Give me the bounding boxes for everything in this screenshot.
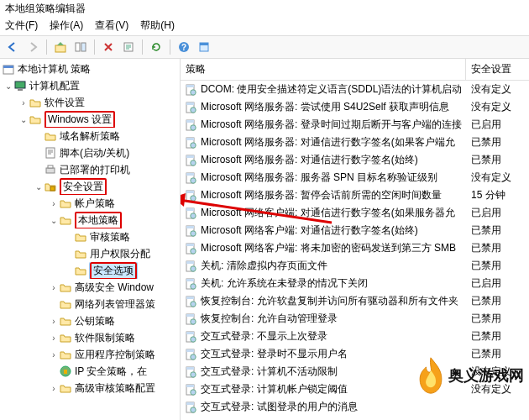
up-button[interactable] (51, 38, 70, 56)
folder-icon (59, 331, 72, 344)
tree-scripts[interactable]: 脚本(启动/关机) (0, 144, 180, 161)
policy-row[interactable]: 关机: 清除虚拟内存页面文件已禁用 (181, 257, 529, 275)
folder-lock-icon (74, 247, 87, 260)
tree-adv-security-windows[interactable]: › 高级安全 Window (0, 279, 180, 296)
delete-button[interactable] (99, 38, 118, 56)
ip-security-icon (59, 365, 72, 378)
svg-point-41 (191, 213, 196, 218)
policy-item-icon (184, 83, 197, 97)
policy-row[interactable]: DCOM: 使用安全描述符定义语言(SDDL)语法的计算机启动没有定义 (181, 81, 529, 98)
menu-help[interactable]: 帮助(H) (140, 18, 175, 34)
svg-rect-61 (186, 332, 194, 334)
folder-lock-icon (74, 230, 87, 244)
flame-icon (415, 356, 447, 395)
policy-value: 已禁用 (466, 223, 529, 238)
caret-right-icon: › (49, 333, 59, 343)
refresh-button[interactable] (147, 38, 165, 56)
policy-row[interactable]: Microsoft 网络服务器: 服务器 SPN 目标名称验证级别没有定义 (181, 169, 529, 186)
forward-button[interactable] (24, 38, 42, 56)
tree-public-key[interactable]: › 公钥策略 (0, 312, 180, 329)
policy-item-icon (184, 101, 197, 114)
properties-button[interactable] (195, 38, 213, 56)
highlight-3: 本地策略 (75, 212, 122, 228)
svg-point-29 (191, 142, 196, 147)
policy-row[interactable]: Microsoft 网络客户端: 对通信进行数字签名(始终)已禁用 (181, 222, 529, 239)
svg-rect-34 (186, 173, 194, 176)
folder-icon (29, 96, 42, 109)
tree-deployed-printers[interactable]: 已部署的打印机 (0, 161, 180, 178)
column-setting[interactable]: 安全设置 (466, 59, 529, 80)
toolbar: ? (0, 35, 529, 59)
tree-software-restrict[interactable]: › 软件限制策略 (0, 329, 180, 346)
policy-value: 已启用 (466, 206, 529, 220)
svg-rect-12 (46, 148, 55, 158)
tree-network-list[interactable]: 网络列表管理器策 (0, 296, 180, 312)
export-button[interactable] (119, 38, 138, 56)
menu-view[interactable]: 查看(V) (95, 18, 128, 34)
svg-rect-10 (15, 81, 25, 88)
tree-user-rights[interactable]: 用户权限分配 (0, 245, 180, 262)
tree-software-settings[interactable]: › 软件设置 (0, 94, 180, 111)
policy-name: Microsoft 网络服务器: 尝试使用 S4U2Self 获取声明信息 (201, 100, 449, 114)
svg-rect-52 (186, 279, 194, 281)
policy-row[interactable]: Microsoft 网络服务器: 暂停会话前所需的空闲时间数量15 分钟 (181, 186, 529, 204)
svg-rect-73 (186, 402, 194, 405)
caret-down-icon: ⌄ (3, 81, 13, 91)
svg-rect-15 (50, 186, 55, 191)
svg-rect-46 (186, 244, 194, 246)
tree-adv-audit[interactable]: › 高级审核策略配置 (0, 380, 180, 396)
policy-row[interactable]: Microsoft 网络服务器: 对通信进行数字签名(始终)已禁用 (181, 151, 529, 169)
tree-local-policies[interactable]: ⌄ 本地策略 (0, 212, 180, 228)
tree-account-policies[interactable]: › 帐户策略 (0, 195, 180, 212)
help-button[interactable]: ? (175, 38, 193, 56)
svg-rect-1 (76, 43, 80, 51)
show-hide-button[interactable] (71, 38, 90, 56)
policy-row[interactable]: 恢复控制台: 允许软盘复制并访问所有驱动器和所有文件夹已禁用 (181, 292, 529, 310)
policy-row[interactable]: Microsoft 网络客户端: 将未加密的密码发送到第三方 SMB已禁用 (181, 239, 529, 257)
policy-value: 已启用 (466, 276, 529, 291)
policy-row[interactable]: 交互式登录: 不显示上次登录已禁用 (181, 328, 529, 345)
watermark: 奥义游戏网 (415, 356, 524, 395)
menu-file[interactable]: 文件(F) (5, 18, 38, 34)
policy-value: 已禁用 (466, 259, 529, 273)
svg-text:?: ? (181, 43, 186, 52)
policy-name: DCOM: 使用安全描述符定义语言(SDDL)语法的计算机启动 (201, 82, 462, 97)
svg-rect-22 (186, 102, 194, 105)
policy-row[interactable]: Microsoft 网络服务器: 对通信进行数字签名(如果客户端允已禁用 (181, 134, 529, 151)
tree-app-control[interactable]: › 应用程序控制策略 (0, 346, 180, 363)
tree-ip-security[interactable]: IP 安全策略，在 (0, 363, 180, 380)
svg-point-62 (191, 336, 196, 341)
svg-point-56 (191, 301, 196, 306)
svg-point-44 (191, 230, 196, 235)
policy-value: 已禁用 (466, 241, 529, 255)
svg-rect-2 (81, 43, 86, 51)
column-policy[interactable]: 策略 (181, 59, 466, 80)
policy-row[interactable]: 交互式登录: 试图登录的用户的消息 (181, 398, 529, 416)
policy-row[interactable]: Microsoft 网络服务器: 登录时间过期后断开与客户端的连接已启用 (181, 116, 529, 134)
policy-row[interactable]: Microsoft 网络服务器: 尝试使用 S4U2Self 获取声明信息没有定… (181, 98, 529, 116)
svg-point-53 (191, 283, 196, 288)
tree-windows-settings[interactable]: ⌄ Windows 设置 (0, 111, 180, 128)
policy-row[interactable]: Microsoft 网络客户端: 对通信进行数字签名(如果服务器允已启用 (181, 204, 529, 222)
policy-item-icon (184, 224, 197, 238)
policy-row[interactable]: 关机: 允许系统在未登录的情况下关闭已启用 (181, 275, 529, 292)
highlight-4-selected: 安全选项 (90, 262, 137, 279)
back-button[interactable] (3, 38, 22, 56)
tree-name-resolution[interactable]: 域名解析策略 (0, 128, 180, 144)
menu-action[interactable]: 操作(A) (50, 18, 83, 34)
tree-security-settings[interactable]: ⌄ 安全设置 (0, 178, 180, 195)
tree-root[interactable]: 本地计算机 策略 (0, 60, 180, 77)
policy-value: 没有定义 (466, 82, 529, 97)
svg-point-20 (191, 89, 196, 94)
policy-name: 恢复控制台: 允许软盘复制并访问所有驱动器和所有文件夹 (201, 294, 458, 308)
tree-computer-config[interactable]: ⌄ 计算机配置 (0, 77, 180, 94)
policy-row[interactable]: 恢复控制台: 允许自动管理登录已禁用 (181, 310, 529, 328)
svg-rect-64 (186, 349, 194, 352)
svg-rect-31 (186, 155, 194, 158)
tree-audit-policy[interactable]: 审核策略 (0, 228, 180, 245)
svg-rect-25 (186, 120, 194, 123)
policy-value: 15 分钟 (466, 188, 529, 202)
caret-down-icon: ⌄ (18, 115, 29, 124)
tree-security-options[interactable]: 安全选项 (0, 262, 180, 279)
policy-item-icon (184, 330, 197, 344)
